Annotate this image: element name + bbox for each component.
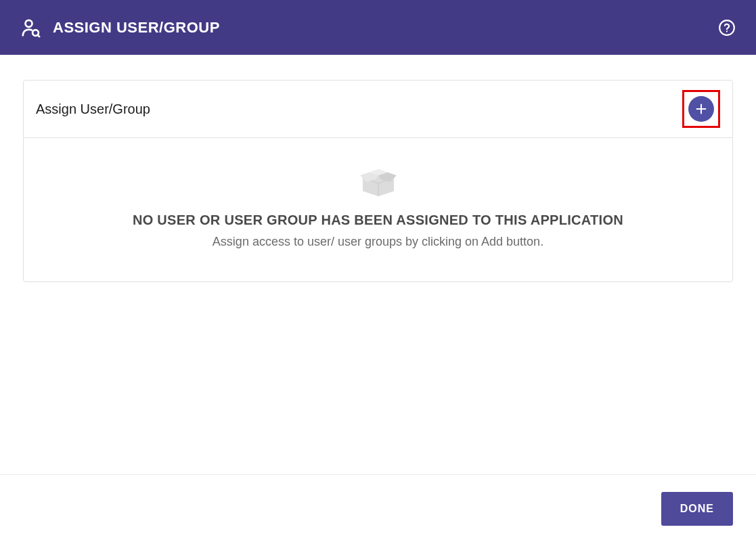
header-left: ASSIGN USER/GROUP [20, 18, 220, 38]
card-title: Assign User/Group [36, 101, 150, 117]
user-assign-icon [20, 18, 41, 38]
svg-point-0 [26, 20, 32, 26]
footer: DONE [0, 474, 756, 542]
assign-card: Assign User/Group [23, 80, 733, 282]
card-header: Assign User/Group [24, 81, 732, 138]
main-content: Assign User/Group [0, 55, 756, 307]
done-button[interactable]: DONE [661, 492, 733, 526]
svg-point-2 [719, 20, 734, 35]
help-icon[interactable] [718, 19, 736, 37]
add-button-highlight [682, 90, 720, 128]
add-button[interactable] [688, 96, 714, 122]
empty-state-subtitle: Assign access to user/ user groups by cl… [37, 235, 719, 249]
page-title: ASSIGN USER/GROUP [53, 19, 220, 37]
empty-box-icon [37, 164, 719, 198]
empty-state-title: NO USER OR USER GROUP HAS BEEN ASSIGNED … [37, 212, 719, 228]
card-body: NO USER OR USER GROUP HAS BEEN ASSIGNED … [24, 138, 732, 281]
page-header: ASSIGN USER/GROUP [0, 0, 756, 55]
